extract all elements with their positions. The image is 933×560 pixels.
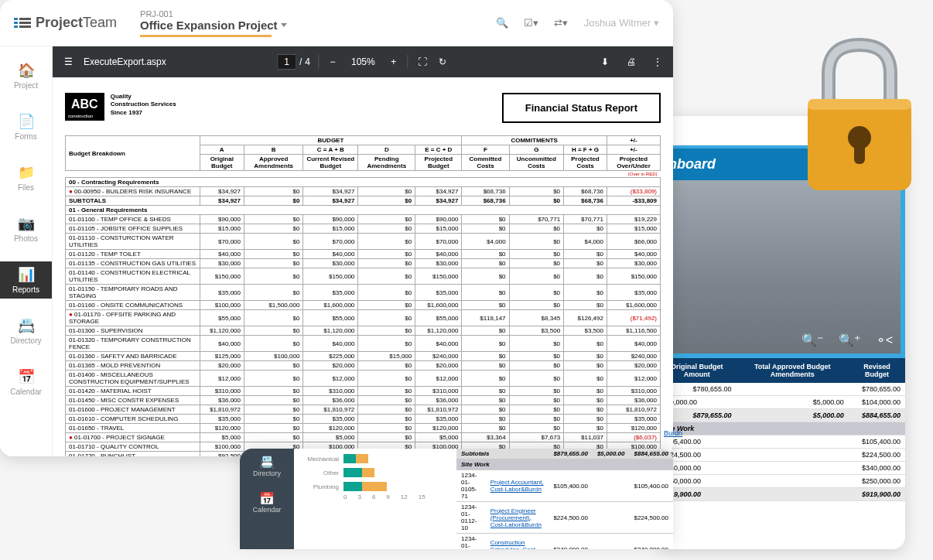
zoom-level[interactable]: 105% (347, 55, 380, 69)
caret-down-icon (281, 23, 287, 27)
sidebar: 🏠Project📄Forms📁Files📷Photos📊Reports📇Dire… (0, 46, 53, 456)
bottom-side-calendar[interactable]: 📅Calendar (253, 491, 282, 514)
lock-icon (794, 31, 925, 201)
download-icon[interactable]: ⬇ (599, 56, 611, 68)
fit-page-icon[interactable]: ⛶ (416, 56, 429, 68)
brand-primary: Project (36, 15, 83, 30)
svg-rect-5 (19, 26, 31, 28)
app-header: ProjectTeam PRJ-001 Office Expansion Pro… (0, 0, 673, 46)
svg-rect-4 (19, 22, 31, 24)
budget-table: Budget BreakdownBUDGETCOMMITMENTS+/-ABC … (65, 135, 661, 456)
sidebar-item-calendar[interactable]: 📅Calendar (0, 364, 52, 401)
rotate-icon[interactable]: ↻ (436, 56, 449, 68)
main-app-window: ProjectTeam PRJ-001 Office Expansion Pro… (0, 0, 673, 456)
svg-rect-3 (19, 18, 31, 20)
svg-rect-7 (808, 99, 911, 110)
menu-icon[interactable]: ☰ (62, 56, 74, 68)
zoom-out-icon[interactable]: − (326, 56, 339, 68)
sidebar-item-photos[interactable]: 📷Photos (0, 210, 52, 248)
bottom-side-directory[interactable]: 📇Directory (253, 455, 281, 477)
pdf-toolbar: ☰ ExecuteExport.aspx 1 / 4 − 105% + ⛶ ↻ … (53, 46, 673, 77)
print-icon[interactable]: 🖨 (625, 56, 637, 68)
bottom-sidebar: 📇Directory📅Calendar (240, 449, 294, 549)
site-photo: 🔍⁻ 🔍⁺ ⚬< (658, 180, 905, 358)
sidebar-item-forms[interactable]: 📄Forms (0, 108, 52, 145)
sidebar-item-directory[interactable]: 📇Directory (0, 312, 52, 350)
project-selector[interactable]: PRJ-001 Office Expansion Project (140, 9, 287, 37)
bottom-table: Subtotals$879,655.00$5,000.00$884,655.00… (456, 449, 673, 549)
search-icon[interactable]: 🔍 (496, 17, 508, 29)
page-current[interactable]: 1 (277, 54, 296, 70)
zoom-out-icon[interactable]: 🔍⁻ (801, 333, 823, 347)
sidebar-item-project[interactable]: 🏠Project (0, 57, 52, 94)
user-menu[interactable]: Joshua Witmer ▾ (584, 17, 659, 29)
svg-rect-1 (14, 22, 18, 24)
share-icon[interactable]: ⚬< (876, 333, 893, 347)
col-approved-amend: Total Approved Budget Amendments (736, 358, 849, 383)
svg-rect-2 (14, 26, 18, 28)
sidebar-item-reports[interactable]: 📊Reports (0, 261, 52, 299)
mini-chart: MechanicalOtherPlumbing03691215 (294, 449, 456, 549)
brand-logo[interactable]: ProjectTeam (14, 15, 117, 31)
pdf-filename: ExecuteExport.aspx (84, 56, 166, 67)
report-title: Financial Status Report (502, 93, 661, 123)
more-icon[interactable]: ⋮ (651, 56, 664, 68)
project-name: Office Expansion Project (140, 19, 278, 32)
project-code: PRJ-001 (140, 9, 287, 19)
dashboard-link[interactable]: Burdn (664, 429, 682, 437)
report-document: ABC construction Quality Construction Se… (53, 77, 673, 456)
shuffle-icon[interactable]: ⇄▾ (555, 17, 567, 29)
page-total: 4 (305, 56, 310, 67)
svg-rect-9 (854, 138, 865, 164)
bottom-window: 📇Directory📅Calendar MechanicalOtherPlumb… (240, 449, 673, 549)
svg-rect-0 (14, 18, 18, 20)
abc-logo: ABC (65, 93, 104, 113)
sidebar-item-files[interactable]: 📁Files (0, 159, 52, 196)
brand-secondary: Team (83, 15, 117, 30)
dashboard-table: Original Budget Amount Total Approved Bu… (658, 358, 905, 501)
zoom-in-icon[interactable]: + (388, 56, 400, 68)
zoom-in-icon[interactable]: 🔍⁺ (839, 333, 860, 347)
company-logo-block: ABC construction Quality Construction Se… (65, 93, 176, 121)
check-dropdown-icon[interactable]: ☑▾ (525, 17, 538, 29)
logo-icon (14, 16, 31, 30)
col-revised-budget: Revised Budget (849, 358, 905, 383)
